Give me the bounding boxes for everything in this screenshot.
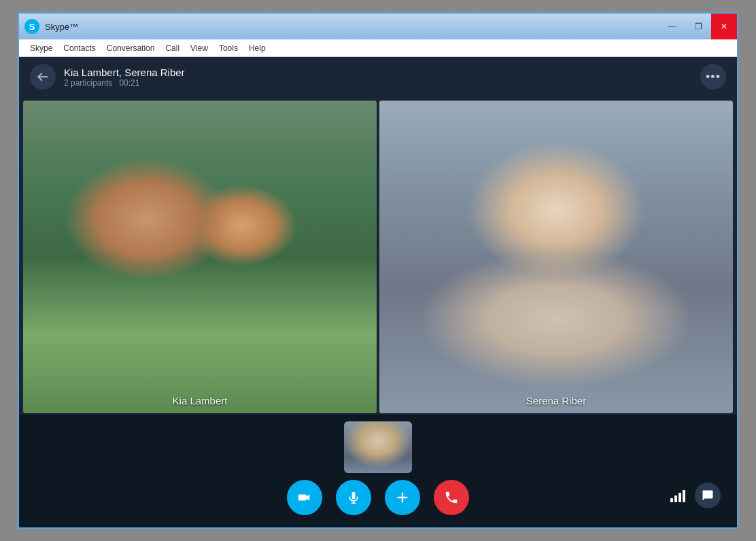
signal-bar-2 xyxy=(674,495,677,502)
self-view xyxy=(344,421,412,473)
right-person-bg xyxy=(379,101,733,413)
participant-name-left: Kia Lambert xyxy=(23,395,377,406)
call-header: Kia Lambert, Serena Riber 2 participants… xyxy=(19,57,737,97)
call-info: Kia Lambert, Serena Riber 2 participants… xyxy=(64,67,185,88)
svg-rect-0 xyxy=(298,494,307,500)
menu-skype[interactable]: Skype xyxy=(24,39,58,57)
left-person-overlay xyxy=(23,101,377,413)
menu-conversation[interactable]: Conversation xyxy=(101,39,160,57)
call-controls xyxy=(287,480,469,515)
menu-bar: Skype Contacts Conversation Call View To… xyxy=(19,39,737,57)
menu-view[interactable]: View xyxy=(185,39,213,57)
mute-button[interactable] xyxy=(336,480,371,515)
call-duration: 00:21 xyxy=(115,78,140,88)
window-controls: — ❐ ✕ xyxy=(659,14,737,39)
window-title: Skype™ xyxy=(45,22,78,32)
call-meta: 2 participants 00:21 xyxy=(64,78,185,88)
menu-call[interactable]: Call xyxy=(160,39,185,57)
restore-button[interactable]: ❐ xyxy=(685,14,711,39)
bottom-section xyxy=(19,415,737,527)
end-call-icon xyxy=(444,490,459,505)
video-panel-left: Kia Lambert xyxy=(23,101,377,413)
minimize-button[interactable]: — xyxy=(659,14,685,39)
mic-icon xyxy=(347,490,360,505)
video-panel-right: Serena Riber xyxy=(379,101,733,413)
chat-button[interactable] xyxy=(695,483,721,508)
back-icon xyxy=(37,71,49,83)
call-header-left: Kia Lambert, Serena Riber 2 participants… xyxy=(30,64,185,90)
back-button[interactable] xyxy=(30,64,56,90)
right-icons xyxy=(670,483,721,508)
right-person-overlay xyxy=(379,101,733,413)
add-icon xyxy=(395,490,410,505)
title-bar-left: S Skype™ xyxy=(24,19,78,34)
video-grid: Kia Lambert Serena Riber xyxy=(19,97,737,415)
menu-contacts[interactable]: Contacts xyxy=(58,39,101,57)
signal-icon xyxy=(670,489,685,502)
participant-name-right: Serena Riber xyxy=(379,395,733,406)
video-button[interactable] xyxy=(287,480,322,515)
main-window: S Skype™ — ❐ ✕ Skype Contacts Conversati… xyxy=(18,12,738,529)
self-person-bg xyxy=(344,421,412,473)
signal-bar-3 xyxy=(678,493,681,502)
participants-count: 2 participants xyxy=(64,78,112,88)
skype-logo: S xyxy=(24,19,39,34)
caller-names: Kia Lambert, Serena Riber xyxy=(64,67,185,78)
svg-rect-1 xyxy=(352,492,356,500)
end-call-button[interactable] xyxy=(434,480,469,515)
menu-help[interactable]: Help xyxy=(243,39,271,57)
close-button[interactable]: ✕ xyxy=(711,14,737,39)
chat-icon xyxy=(702,489,714,502)
signal-bar-4 xyxy=(683,490,685,502)
more-options-button[interactable]: ••• xyxy=(700,64,726,90)
video-icon xyxy=(297,490,312,505)
add-button[interactable] xyxy=(385,480,420,515)
left-person-bg xyxy=(23,101,377,413)
signal-bar-1 xyxy=(670,498,673,502)
menu-tools[interactable]: Tools xyxy=(213,39,243,57)
title-bar: S Skype™ — ❐ ✕ xyxy=(19,14,737,39)
